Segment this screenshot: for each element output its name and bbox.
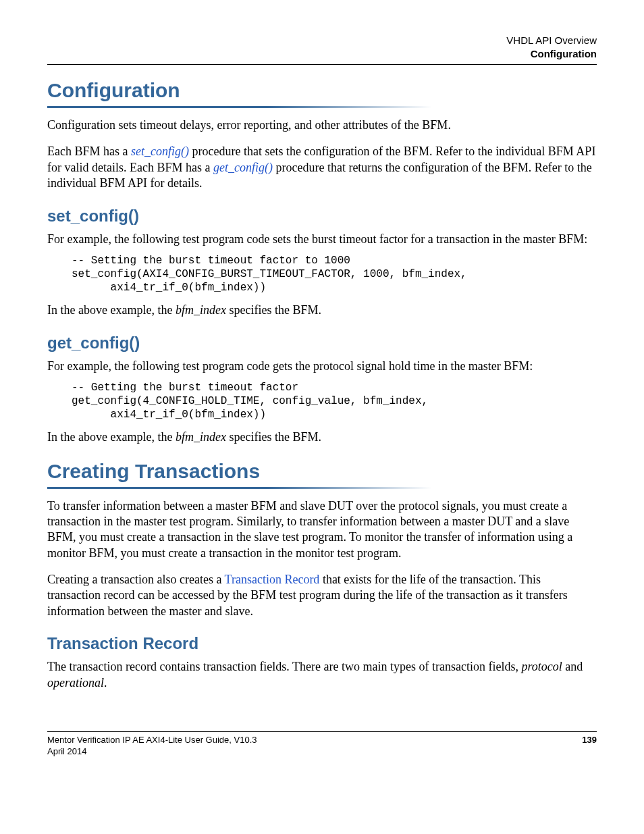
set-config-para1: For example, the following test program … (47, 232, 597, 247)
text-span: specifies the BFM. (226, 303, 321, 317)
emphasis-bfm-index: bfm_index (176, 303, 226, 317)
emphasis-bfm-index: bfm_index (176, 430, 226, 444)
emphasis-protocol: protocol (521, 660, 562, 673)
heading-transaction-record: Transaction Record (47, 633, 597, 654)
get-config-para1: For example, the following test program … (47, 359, 597, 374)
get-config-para2: In the above example, the bfm_index spec… (47, 429, 597, 445)
link-transaction-record[interactable]: Transaction Record (225, 573, 320, 586)
link-get-config[interactable]: get_config() (213, 161, 273, 174)
footer-rule (47, 731, 597, 732)
text-span: Each BFM has a (47, 145, 131, 158)
emphasis-operational: operational (47, 676, 104, 689)
text-span: Creating a transaction also creates a (47, 573, 225, 586)
footer-page-number: 139 (582, 735, 597, 746)
heading-underline (47, 487, 597, 489)
text-span: In the above example, the (47, 430, 176, 444)
page-footer: Mentor Verification IP AE AXI4-Lite User… (47, 735, 597, 746)
heading-underline (47, 106, 597, 108)
text-span: The transaction record contains transact… (47, 660, 521, 673)
creating-para2: Creating a transaction also creates a Tr… (47, 572, 597, 619)
heading-configuration: Configuration (47, 77, 597, 105)
text-span: . (104, 676, 107, 689)
footer-guide-title: Mentor Verification IP AE AXI4-Lite User… (47, 735, 257, 746)
heading-set-config: set_config() (47, 205, 597, 226)
configuration-para1: Configuration sets timeout delays, error… (47, 118, 597, 133)
set-config-para2: In the above example, the bfm_index spec… (47, 303, 597, 318)
transaction-record-para1: The transaction record contains transact… (47, 659, 597, 691)
text-span: In the above example, the (47, 303, 176, 317)
header-chapter: VHDL API Overview (47, 34, 597, 47)
footer-date: April 2014 (47, 746, 597, 758)
text-span: and (562, 660, 583, 673)
text-span: specifies the BFM. (226, 430, 321, 444)
link-set-config[interactable]: set_config() (131, 145, 189, 158)
configuration-para2: Each BFM has a set_config() procedure th… (47, 144, 597, 191)
heading-creating-transactions: Creating Transactions (47, 458, 597, 486)
get-config-code: -- Getting the burst timeout factor get_… (72, 381, 597, 421)
page-header: VHDL API Overview Configuration (47, 34, 597, 60)
header-topic: Configuration (47, 47, 597, 61)
header-rule (47, 64, 597, 65)
set-config-code: -- Setting the burst timeout factor to 1… (72, 254, 597, 294)
heading-get-config: get_config() (47, 332, 597, 353)
creating-para1: To transfer information between a master… (47, 498, 597, 562)
